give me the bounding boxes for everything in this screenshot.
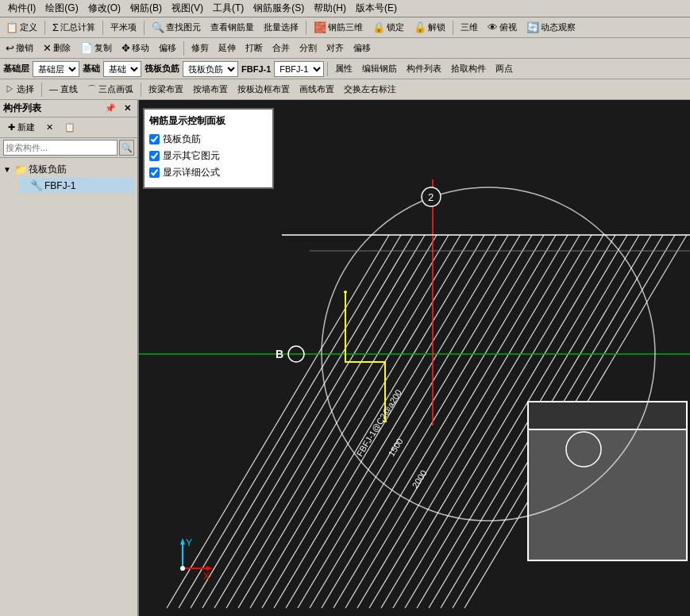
sep2: [102, 21, 103, 35]
menu-item-help[interactable]: 帮助(H): [309, 0, 351, 17]
toolbar-3: 基础层 基础层第1层第2层 基础 基础首层 筏板负筋 筏板负筋板负筋 FBFJ-…: [0, 59, 690, 79]
move-button[interactable]: ✥移动: [118, 40, 153, 57]
checkbox-slab-rebar[interactable]: [149, 134, 160, 144]
svg-point-46: [180, 566, 185, 571]
svg-line-9: [310, 235, 532, 608]
menu-item-draw[interactable]: 绘图(G): [40, 0, 83, 17]
search-area: 🔍: [0, 138, 137, 158]
rebar3d-icon: 🧱: [314, 21, 326, 33]
search-button[interactable]: 🔍: [119, 140, 134, 156]
sidebar-pin-icon[interactable]: 📌: [102, 102, 119, 115]
find-button[interactable]: 🔍查找图元: [148, 19, 205, 37]
extend-button[interactable]: 延伸: [214, 40, 240, 57]
twopoint-button[interactable]: 两点: [491, 60, 517, 78]
pick-component-button[interactable]: 拾取构件: [447, 60, 490, 78]
sidebar-title: 构件列表: [3, 102, 41, 115]
sidebar-header: 构件列表 📌 ✕: [0, 100, 137, 117]
rebar3d-button[interactable]: 🧱钢筋三维: [310, 19, 367, 37]
copy-sidebar-button[interactable]: 📋: [60, 120, 80, 135]
by-slab-button[interactable]: 按板边框布置: [233, 81, 294, 98]
3d-button[interactable]: 三维: [457, 19, 482, 37]
find-icon: 🔍: [152, 21, 164, 33]
unlock-button[interactable]: 🔓解锁: [410, 19, 449, 37]
sidebar-toolbar: ✚ 新建 ✕ 📋: [0, 117, 137, 138]
sep3: [144, 21, 145, 35]
svg-line-1: [214, 235, 437, 608]
undo-button[interactable]: ↩撤销: [2, 40, 37, 57]
control-panel-title: 钢筋显示控制面板: [149, 114, 268, 128]
dynobs-button[interactable]: 🔄动态观察: [522, 19, 580, 37]
checkbox-label-1: 筏板负筋: [163, 133, 201, 146]
svg-rect-30: [528, 402, 687, 429]
by-wall-button[interactable]: 按墙布置: [189, 81, 232, 98]
sidebar-close-icon[interactable]: ✕: [121, 102, 134, 115]
by-line-button[interactable]: 画线布置: [295, 81, 338, 98]
checkbox-label-3: 显示详细公式: [163, 166, 220, 179]
layer-label: 基础层: [2, 63, 31, 75]
type-select[interactable]: 筏板负筋板负筋: [183, 61, 238, 77]
view-rebar-button[interactable]: 查看钢筋量: [206, 19, 258, 37]
svg-text:X: X: [203, 571, 210, 582]
checkbox-detail-formula[interactable]: [149, 167, 160, 178]
copy-icon: 📄: [80, 42, 93, 54]
break-button[interactable]: 打断: [241, 40, 267, 57]
swap-annot-button[interactable]: 交换左右标注: [340, 81, 400, 98]
edit-rebar-button[interactable]: 编辑钢筋: [358, 60, 401, 78]
offset-button[interactable]: 偏移: [155, 40, 180, 57]
by-beam-button[interactable]: 按梁布置: [145, 81, 187, 98]
type-label: 筏板负筋: [143, 63, 181, 75]
svg-line-0: [202, 235, 425, 608]
sqm-button[interactable]: 平米项: [106, 19, 141, 37]
component-list-button[interactable]: 构件列表: [403, 60, 445, 78]
layer-select[interactable]: 基础层第1层第2层: [33, 61, 79, 77]
split-button[interactable]: 分割: [295, 40, 321, 57]
menu-item-version[interactable]: 版本号(E): [351, 0, 402, 17]
tree-root-item[interactable]: ▼ 📁 筏板负筋: [3, 161, 134, 178]
sep8: [41, 83, 42, 97]
menu-item-modify[interactable]: 修改(O): [83, 0, 125, 17]
offset2-button[interactable]: 偏移: [349, 40, 375, 57]
select-button[interactable]: ▷ 选择: [2, 81, 38, 98]
checkbox-other-elements[interactable]: [149, 151, 160, 161]
svg-line-4: [250, 235, 472, 608]
control-panel-item-3: 显示详细公式: [149, 166, 268, 179]
code-select[interactable]: FBFJ-1FBFJ-2: [274, 61, 324, 77]
menu-item-tools[interactable]: 工具(T): [208, 0, 249, 17]
sep6: [183, 41, 184, 56]
property-button[interactable]: 属性: [331, 60, 357, 78]
delete-button[interactable]: ✕删除: [39, 40, 75, 57]
svg-line-24: [179, 235, 401, 608]
merge-button[interactable]: 合并: [268, 40, 294, 57]
align-button[interactable]: 对齐: [322, 40, 348, 57]
topview-button[interactable]: 👁俯视: [484, 19, 521, 37]
svg-text:1500: 1500: [387, 437, 405, 458]
new-button[interactable]: ✚ 新建: [3, 119, 40, 136]
tree-children: 🔧 FBFJ-1: [3, 178, 134, 193]
menu-item-rebar[interactable]: 钢筋(B): [125, 0, 167, 17]
undo-icon: ↩: [6, 42, 14, 54]
dynobs-icon: 🔄: [526, 21, 539, 33]
menu-item-component[interactable]: 构件(I): [3, 0, 40, 17]
location-select[interactable]: 基础首层: [103, 61, 141, 77]
menu-item-view[interactable]: 视图(V): [167, 0, 208, 17]
search-input[interactable]: [3, 140, 118, 156]
checkbox-label-2: 显示其它图元: [163, 149, 220, 163]
lock-button[interactable]: 🔒锁定: [368, 19, 408, 37]
main-area: 构件列表 📌 ✕ ✚ 新建 ✕ 📋 🔍 ▼ 📁 筏板负筋: [0, 100, 690, 616]
copy-button[interactable]: 📄复制: [76, 40, 116, 57]
tree-area: ▼ 📁 筏板负筋 🔧 FBFJ-1: [0, 158, 137, 616]
menu-item-rebarservice[interactable]: 钢筋服务(S): [249, 0, 309, 17]
sum-button[interactable]: Σ汇总计算: [48, 19, 99, 37]
sidebar: 构件列表 📌 ✕ ✚ 新建 ✕ 📋 🔍 ▼ 📁 筏板负筋: [0, 100, 139, 616]
batch-select-button[interactable]: 批量选择: [260, 19, 303, 37]
menu-bar: 构件(I) 绘图(G) 修改(O) 钢筋(B) 视图(V) 工具(T) 钢筋服务…: [0, 0, 690, 17]
arc-button[interactable]: ⌒ 三点画弧: [83, 81, 137, 98]
trim-button[interactable]: 修剪: [187, 40, 213, 57]
canvas-area[interactable]: 钢筋显示控制面板 筏板负筋 显示其它图元 显示详细公式: [139, 100, 690, 616]
define-button[interactable]: 📋定义: [2, 19, 41, 37]
line-button[interactable]: — 直线: [45, 81, 82, 98]
del-sidebar-button[interactable]: ✕: [41, 120, 58, 135]
tree-child-fbfj1[interactable]: 🔧 FBFJ-1: [19, 178, 134, 193]
svg-line-7: [286, 235, 508, 608]
define-icon: 📋: [6, 21, 18, 33]
